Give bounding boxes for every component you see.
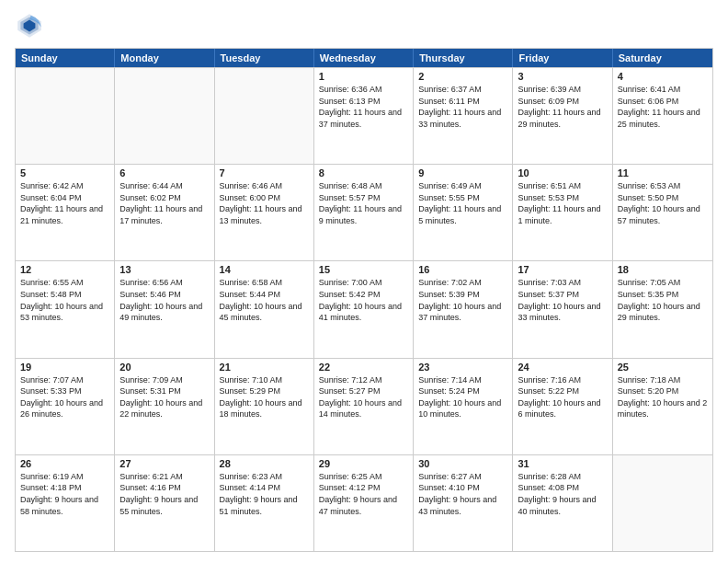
- page: SundayMondayTuesdayWednesdayThursdayFrid…: [0, 0, 728, 563]
- day-info: Sunrise: 6:25 AM Sunset: 4:12 PM Dayligh…: [319, 471, 408, 517]
- day-info: Sunrise: 6:53 AM Sunset: 5:50 PM Dayligh…: [618, 180, 708, 226]
- calendar-row-3: 12Sunrise: 6:55 AM Sunset: 5:48 PM Dayli…: [16, 260, 712, 357]
- empty-cell-r4c6: [613, 455, 712, 551]
- calendar-row-1: 1Sunrise: 6:36 AM Sunset: 6:13 PM Daylig…: [16, 67, 712, 164]
- day-number: 1: [319, 71, 408, 82]
- day-number: 24: [518, 362, 607, 373]
- day-number: 15: [319, 264, 408, 275]
- day-number: 23: [418, 362, 507, 373]
- day-cell-1: 1Sunrise: 6:36 AM Sunset: 6:13 PM Daylig…: [314, 68, 414, 164]
- day-cell-17: 17Sunrise: 7:03 AM Sunset: 5:37 PM Dayli…: [513, 261, 612, 357]
- day-info: Sunrise: 6:21 AM Sunset: 4:16 PM Dayligh…: [119, 471, 209, 517]
- day-cell-13: 13Sunrise: 6:56 AM Sunset: 5:46 PM Dayli…: [115, 261, 214, 357]
- day-info: Sunrise: 6:23 AM Sunset: 4:14 PM Dayligh…: [220, 471, 309, 517]
- empty-cell-r0c2: [215, 68, 314, 164]
- day-cell-4: 4Sunrise: 6:41 AM Sunset: 6:06 PM Daylig…: [613, 68, 712, 164]
- day-cell-20: 20Sunrise: 7:09 AM Sunset: 5:31 PM Dayli…: [115, 359, 214, 454]
- day-number: 7: [220, 167, 309, 178]
- day-number: 16: [418, 264, 507, 275]
- calendar: SundayMondayTuesdayWednesdayThursdayFrid…: [15, 48, 713, 552]
- day-info: Sunrise: 6:27 AM Sunset: 4:10 PM Dayligh…: [418, 471, 507, 517]
- day-info: Sunrise: 6:56 AM Sunset: 5:46 PM Dayligh…: [119, 277, 209, 323]
- day-number: 22: [319, 362, 408, 373]
- day-info: Sunrise: 7:12 AM Sunset: 5:27 PM Dayligh…: [319, 374, 408, 420]
- day-number: 29: [319, 458, 408, 469]
- day-number: 19: [20, 362, 109, 373]
- weekday-header-monday: Monday: [115, 49, 214, 67]
- calendar-row-2: 5Sunrise: 6:42 AM Sunset: 6:04 PM Daylig…: [16, 164, 712, 260]
- empty-cell-r0c0: [16, 68, 115, 164]
- day-info: Sunrise: 7:07 AM Sunset: 5:33 PM Dayligh…: [20, 374, 109, 420]
- day-info: Sunrise: 6:55 AM Sunset: 5:48 PM Dayligh…: [20, 277, 109, 323]
- day-info: Sunrise: 7:03 AM Sunset: 5:37 PM Dayligh…: [518, 277, 607, 323]
- day-number: 9: [418, 167, 507, 178]
- day-cell-25: 25Sunrise: 7:18 AM Sunset: 5:20 PM Dayli…: [613, 359, 712, 454]
- day-cell-15: 15Sunrise: 7:00 AM Sunset: 5:42 PM Dayli…: [314, 261, 414, 357]
- calendar-body: 1Sunrise: 6:36 AM Sunset: 6:13 PM Daylig…: [16, 67, 712, 551]
- day-info: Sunrise: 7:05 AM Sunset: 5:35 PM Dayligh…: [618, 277, 708, 323]
- day-info: Sunrise: 7:18 AM Sunset: 5:20 PM Dayligh…: [618, 374, 708, 420]
- day-cell-11: 11Sunrise: 6:53 AM Sunset: 5:50 PM Dayli…: [613, 165, 712, 260]
- day-info: Sunrise: 7:10 AM Sunset: 5:29 PM Dayligh…: [220, 374, 309, 420]
- day-info: Sunrise: 6:36 AM Sunset: 6:13 PM Dayligh…: [319, 84, 408, 130]
- day-info: Sunrise: 7:02 AM Sunset: 5:39 PM Dayligh…: [418, 277, 507, 323]
- day-cell-27: 27Sunrise: 6:21 AM Sunset: 4:16 PM Dayli…: [115, 455, 214, 551]
- day-info: Sunrise: 7:16 AM Sunset: 5:22 PM Dayligh…: [518, 374, 607, 420]
- day-number: 14: [220, 264, 309, 275]
- logo-icon: [15, 11, 44, 40]
- day-info: Sunrise: 6:28 AM Sunset: 4:08 PM Dayligh…: [518, 471, 607, 517]
- day-info: Sunrise: 6:48 AM Sunset: 5:57 PM Dayligh…: [319, 180, 408, 226]
- day-info: Sunrise: 7:09 AM Sunset: 5:31 PM Dayligh…: [119, 374, 209, 420]
- day-info: Sunrise: 6:19 AM Sunset: 4:18 PM Dayligh…: [20, 471, 109, 517]
- day-cell-14: 14Sunrise: 6:58 AM Sunset: 5:44 PM Dayli…: [215, 261, 314, 357]
- day-cell-29: 29Sunrise: 6:25 AM Sunset: 4:12 PM Dayli…: [314, 455, 414, 551]
- day-info: Sunrise: 6:46 AM Sunset: 6:00 PM Dayligh…: [220, 180, 309, 226]
- weekday-header-wednesday: Wednesday: [314, 49, 414, 67]
- day-number: 6: [119, 167, 209, 178]
- day-number: 17: [518, 264, 607, 275]
- day-number: 11: [618, 167, 708, 178]
- day-info: Sunrise: 6:51 AM Sunset: 5:53 PM Dayligh…: [518, 180, 607, 226]
- day-number: 8: [319, 167, 408, 178]
- day-cell-8: 8Sunrise: 6:48 AM Sunset: 5:57 PM Daylig…: [314, 165, 414, 260]
- day-cell-7: 7Sunrise: 6:46 AM Sunset: 6:00 PM Daylig…: [215, 165, 314, 260]
- day-cell-21: 21Sunrise: 7:10 AM Sunset: 5:29 PM Dayli…: [215, 359, 314, 454]
- header: [15, 11, 713, 40]
- day-number: 4: [618, 71, 708, 82]
- day-number: 21: [220, 362, 309, 373]
- day-cell-16: 16Sunrise: 7:02 AM Sunset: 5:39 PM Dayli…: [414, 261, 513, 357]
- calendar-row-4: 19Sunrise: 7:07 AM Sunset: 5:33 PM Dayli…: [16, 358, 712, 454]
- day-info: Sunrise: 7:14 AM Sunset: 5:24 PM Dayligh…: [418, 374, 507, 420]
- day-cell-2: 2Sunrise: 6:37 AM Sunset: 6:11 PM Daylig…: [414, 68, 513, 164]
- day-info: Sunrise: 6:58 AM Sunset: 5:44 PM Dayligh…: [220, 277, 309, 323]
- day-cell-5: 5Sunrise: 6:42 AM Sunset: 6:04 PM Daylig…: [16, 165, 115, 260]
- day-number: 18: [618, 264, 708, 275]
- day-number: 26: [20, 458, 109, 469]
- day-info: Sunrise: 6:41 AM Sunset: 6:06 PM Dayligh…: [618, 84, 708, 130]
- day-info: Sunrise: 6:37 AM Sunset: 6:11 PM Dayligh…: [418, 84, 507, 130]
- day-number: 10: [518, 167, 607, 178]
- day-number: 20: [119, 362, 209, 373]
- day-number: 27: [119, 458, 209, 469]
- day-info: Sunrise: 6:42 AM Sunset: 6:04 PM Dayligh…: [20, 180, 109, 226]
- day-info: Sunrise: 6:49 AM Sunset: 5:55 PM Dayligh…: [418, 180, 507, 226]
- day-number: 5: [20, 167, 109, 178]
- day-number: 28: [220, 458, 309, 469]
- day-info: Sunrise: 6:39 AM Sunset: 6:09 PM Dayligh…: [518, 84, 607, 130]
- day-number: 3: [518, 71, 607, 82]
- day-cell-6: 6Sunrise: 6:44 AM Sunset: 6:02 PM Daylig…: [115, 165, 214, 260]
- calendar-row-5: 26Sunrise: 6:19 AM Sunset: 4:18 PM Dayli…: [16, 454, 712, 551]
- weekday-header-tuesday: Tuesday: [215, 49, 314, 67]
- day-cell-26: 26Sunrise: 6:19 AM Sunset: 4:18 PM Dayli…: [16, 455, 115, 551]
- day-info: Sunrise: 7:00 AM Sunset: 5:42 PM Dayligh…: [319, 277, 408, 323]
- day-cell-10: 10Sunrise: 6:51 AM Sunset: 5:53 PM Dayli…: [513, 165, 612, 260]
- day-number: 12: [20, 264, 109, 275]
- calendar-header: SundayMondayTuesdayWednesdayThursdayFrid…: [16, 49, 712, 67]
- day-cell-30: 30Sunrise: 6:27 AM Sunset: 4:10 PM Dayli…: [414, 455, 513, 551]
- day-cell-24: 24Sunrise: 7:16 AM Sunset: 5:22 PM Dayli…: [513, 359, 612, 454]
- day-cell-19: 19Sunrise: 7:07 AM Sunset: 5:33 PM Dayli…: [16, 359, 115, 454]
- day-number: 25: [618, 362, 708, 373]
- day-number: 2: [418, 71, 507, 82]
- day-number: 30: [418, 458, 507, 469]
- day-cell-12: 12Sunrise: 6:55 AM Sunset: 5:48 PM Dayli…: [16, 261, 115, 357]
